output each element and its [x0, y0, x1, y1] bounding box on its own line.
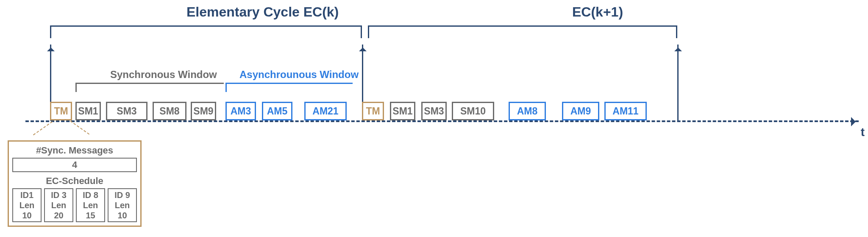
tm-detail-panel: #Sync. Messages 4 EC-Schedule ID1 Len 10… [8, 140, 142, 227]
schedule-len: Len 10 [110, 200, 134, 220]
range-ec-k1 [368, 25, 677, 39]
title-ec-k1: EC(k+1) [572, 4, 623, 20]
tm-box-eck1: TM [362, 102, 384, 120]
schedule-cell: ID1 Len 10 [12, 188, 42, 222]
bracket-sync-window [75, 83, 224, 93]
sm-box: SM3 [421, 102, 447, 120]
sm-box: SM9 [191, 102, 216, 120]
time-axis [25, 120, 859, 122]
diagram-root: Elementary Cycle EC(k) EC(k+1) Synchrono… [0, 0, 868, 237]
schedule-cell: ID 3 Len 20 [44, 188, 73, 222]
schedule-cell: ID 9 Len 10 [108, 188, 137, 222]
schedule-cell: ID 8 Len 15 [76, 188, 105, 222]
schedule-len: Len 20 [47, 200, 71, 220]
bracket-async-window [225, 83, 353, 93]
am-box: AM21 [304, 102, 347, 120]
sm-box: SM8 [153, 102, 186, 120]
am-box: AM9 [562, 102, 599, 120]
schedule-id: ID 9 [110, 190, 134, 200]
am-box: AM3 [225, 102, 256, 120]
range-ec-k [50, 25, 362, 39]
am-box: AM8 [509, 102, 546, 120]
am-box: AM11 [604, 102, 647, 120]
time-axis-label: t [861, 125, 865, 139]
tm-sync-count: 4 [12, 158, 137, 172]
sm-box: SM1 [390, 102, 415, 120]
sm-box: SM3 [106, 102, 147, 120]
tm-box-eck: TM [50, 102, 72, 120]
schedule-id: ID 8 [78, 190, 103, 200]
title-ec-k: Elementary Cycle EC(k) [186, 4, 339, 20]
am-box: AM5 [262, 102, 292, 120]
tm-sync-header: #Sync. Messages [12, 145, 137, 156]
schedule-id: ID 3 [47, 190, 71, 200]
label-async-window: Asynchrounous Window [239, 69, 359, 81]
schedule-id: ID1 [15, 190, 39, 200]
schedule-len: Len 15 [78, 200, 103, 220]
schedule-len: Len 10 [15, 200, 39, 220]
sm-box: SM1 [75, 102, 101, 120]
tm-schedule-row: ID1 Len 10 ID 3 Len 20 ID 8 Len 15 ID 9 … [12, 188, 137, 222]
tm-schedule-header: EC-Schedule [12, 176, 137, 187]
sm-box: SM10 [452, 102, 494, 120]
leader-line [33, 121, 53, 135]
leader-line [70, 120, 89, 134]
message-row: TM SM1 SM3 SM8 SM9 AM3 AM5 AM21 TM SM1 S… [0, 102, 868, 120]
label-sync-window: Synchronous Window [110, 69, 217, 81]
